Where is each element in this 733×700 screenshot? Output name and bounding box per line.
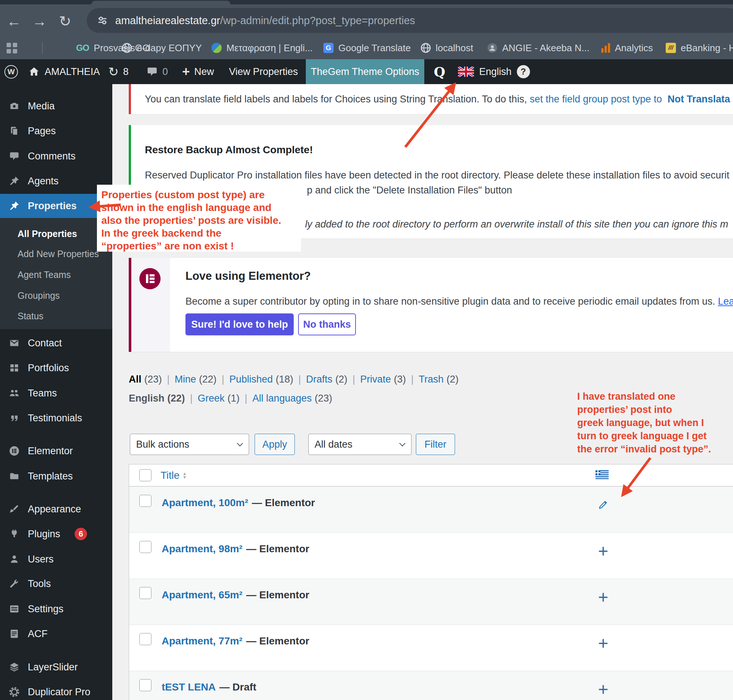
filter-all[interactable]: All(23) xyxy=(129,374,175,385)
sidebar-item-elementor[interactable]: Elementor xyxy=(0,439,112,463)
row-checkbox[interactable] xyxy=(139,679,152,691)
sidebar-item-appearance[interactable]: Appearance xyxy=(0,497,112,521)
sidebar-item-agents[interactable]: Agents xyxy=(0,169,112,193)
sidebar-item-contact[interactable]: Contact xyxy=(0,331,112,355)
back-icon[interactable]: ← xyxy=(5,13,23,29)
ebanking-icon: /// xyxy=(666,43,676,53)
comments-menu[interactable]: 0 xyxy=(146,59,168,84)
filter-lang-greek[interactable]: Greek(1) xyxy=(198,393,253,404)
filter-drafts[interactable]: Drafts(2) xyxy=(306,374,360,385)
elementor-icon xyxy=(9,446,20,456)
sidebar-item-templates[interactable]: Templates xyxy=(0,464,112,488)
site-name-menu[interactable]: AMALTHEIA xyxy=(28,59,100,84)
translatepress-menu[interactable]: Q xyxy=(434,59,445,84)
filter-published[interactable]: Published(18) xyxy=(229,374,306,385)
select-all-checkbox[interactable] xyxy=(139,469,152,481)
post-title-link[interactable]: Apartment, 65m² xyxy=(162,589,243,600)
sidebar-item-comments[interactable]: Comments xyxy=(0,144,112,168)
sidebar-item-tools[interactable]: Tools xyxy=(0,572,112,596)
plugins-update-badge: 6 xyxy=(75,528,87,540)
new-content-menu[interactable]: + New xyxy=(182,59,214,84)
bookmark-angie[interactable]: ANGIE - Akeeba N... xyxy=(487,37,589,59)
sidebar-item-status[interactable]: Status xyxy=(18,307,112,325)
globe-icon xyxy=(421,43,431,53)
add-translation-icon[interactable]: + xyxy=(593,676,614,700)
sliders-icon xyxy=(9,603,20,615)
sidebar-item-groupings[interactable]: Groupings xyxy=(18,286,112,304)
sidebar-item-layerslider[interactable]: LayerSlider xyxy=(0,655,112,679)
dates-select[interactable]: All dates xyxy=(308,434,412,455)
post-title-link[interactable]: Apartment, 98m² xyxy=(162,543,243,554)
sidebar-item-portfolios[interactable]: Portfolios xyxy=(0,356,112,380)
edit-translation-icon[interactable] xyxy=(593,492,614,518)
sidebar-item-testimonials[interactable]: Testimonials xyxy=(0,406,112,430)
filter-button[interactable]: Filter xyxy=(416,434,455,455)
sidebar-item-duplicator-pro[interactable]: Duplicator Pro xyxy=(0,680,112,700)
sidebar-item-media[interactable]: Media xyxy=(0,94,112,118)
elementor-body: Become a super contributor by opting in … xyxy=(185,296,733,307)
add-translation-icon[interactable]: + xyxy=(593,538,614,563)
sidebar-item-acf[interactable]: ACF xyxy=(0,622,112,646)
sidebar-item-plugins[interactable]: Plugins 6 xyxy=(0,522,112,546)
bookmark-analytics[interactable]: Analytics xyxy=(601,37,653,59)
not-translatable-link[interactable]: Not Translata xyxy=(668,94,730,104)
row-checkbox[interactable] xyxy=(139,495,152,507)
grid-icon xyxy=(9,362,20,374)
row-checkbox[interactable] xyxy=(139,633,152,645)
forward-icon[interactable]: → xyxy=(31,13,48,29)
elementor-decline-button[interactable]: No thanks xyxy=(298,313,356,335)
sidebar-item-agent-teams[interactable]: Agent Teams xyxy=(18,266,112,284)
brush-icon xyxy=(9,504,20,515)
elementor-accept-button[interactable]: Sure! I'd love to help xyxy=(185,313,294,335)
sidebar-item-properties[interactable]: Properties xyxy=(0,194,112,218)
comment-bubble-icon xyxy=(146,66,158,78)
sidebar-item-settings[interactable]: Settings xyxy=(0,597,112,621)
apply-button[interactable]: Apply xyxy=(255,434,295,455)
help-icon[interactable]: ? xyxy=(517,65,530,78)
site-settings-icon[interactable] xyxy=(97,15,108,26)
post-title-link[interactable]: tEST LENA xyxy=(162,681,216,693)
filter-mine[interactable]: Mine(22) xyxy=(175,374,230,385)
list-controls: Bulk actions Apply All dates Filter xyxy=(130,434,455,455)
language-switcher-menu[interactable]: English ? xyxy=(458,59,530,84)
learn-more-link[interactable]: Learn mo xyxy=(718,296,733,307)
bookmark-google-translate[interactable]: G Google Translate xyxy=(323,37,411,59)
add-translation-icon[interactable]: + xyxy=(593,584,614,610)
active-tab[interactable] xyxy=(91,1,230,4)
sidebar-item-pages[interactable]: Pages xyxy=(0,119,112,143)
row-checkbox[interactable] xyxy=(139,541,152,553)
url-text[interactable]: amaltheiarealestate.gr/wp-admin/edit.php… xyxy=(115,15,415,27)
filter-lang-all[interactable]: All languages(23) xyxy=(252,393,332,404)
sidebar-item-teams[interactable]: Teams xyxy=(0,381,112,405)
view-properties-menu[interactable]: View Properties xyxy=(229,59,298,84)
set-post-type-link[interactable]: set the field group post type to xyxy=(530,94,662,104)
title-column-header[interactable]: Title ▲▼ xyxy=(160,470,187,481)
bookmarks-divider xyxy=(42,43,43,53)
greek-flag-column-icon[interactable] xyxy=(596,470,609,481)
acf-translation-notice: You can translate field labels and label… xyxy=(129,84,733,114)
apps-grid-icon[interactable] xyxy=(7,37,17,59)
filter-lang-english[interactable]: English(22) xyxy=(129,393,198,404)
filter-trash[interactable]: Trash(2) xyxy=(419,374,459,385)
bookmark-metafrasi[interactable]: Μεταφραση | Engli... xyxy=(211,37,313,59)
bookmark-edapy[interactable]: e-dapy ΕΟΠΥΥ xyxy=(122,37,202,59)
sidebar-item-users[interactable]: Users xyxy=(0,547,112,571)
thegem-theme-options-menu[interactable]: TheGem Theme Options xyxy=(306,59,424,84)
post-title-link[interactable]: Apartment, 77m² xyxy=(162,635,243,647)
address-bar[interactable]: amaltheiarealestate.gr/wp-admin/edit.php… xyxy=(87,8,733,33)
row-checkbox[interactable] xyxy=(139,587,152,599)
elementor-title: Love using Elementor? xyxy=(185,269,311,283)
comments-icon xyxy=(9,151,20,162)
bulk-actions-select[interactable]: Bulk actions xyxy=(130,434,249,455)
layers-icon xyxy=(9,662,20,672)
bookmark-ebanking[interactable]: /// eBanking - H xyxy=(666,37,733,59)
wordpress-menu[interactable]: W xyxy=(4,59,18,84)
pushpin-icon xyxy=(9,175,20,187)
add-translation-icon[interactable]: + xyxy=(593,630,614,656)
bookmark-localhost[interactable]: localhost xyxy=(421,37,473,59)
post-title-link[interactable]: Apartment, 100m² xyxy=(162,497,248,508)
pushpin-icon xyxy=(9,200,20,212)
reload-icon[interactable]: ↻ xyxy=(56,13,74,29)
filter-private[interactable]: Private(3) xyxy=(360,374,419,385)
updates-menu[interactable]: ↻ 8 xyxy=(108,59,129,84)
